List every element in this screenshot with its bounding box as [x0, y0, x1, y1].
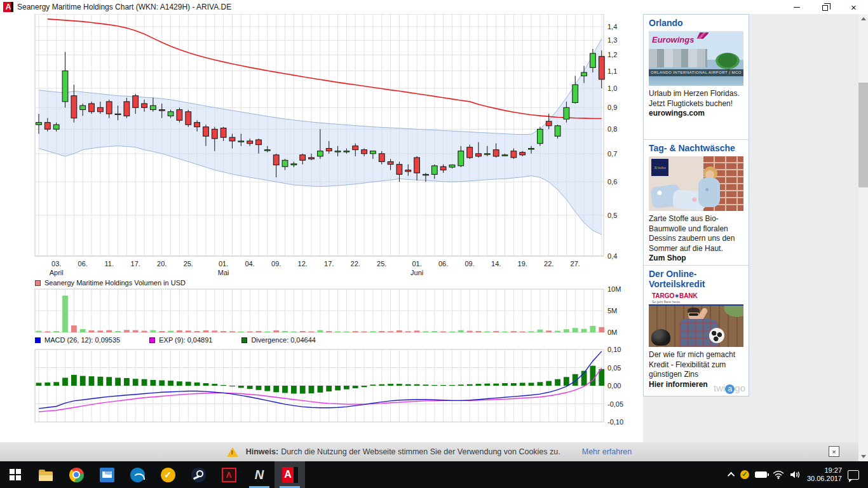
page-scrollbar[interactable]: [858, 14, 868, 461]
volume-axis-label: 10M: [607, 285, 621, 293]
targobank-star-icon: ✶: [674, 293, 679, 299]
taskbar-acrobat[interactable]: Λ: [214, 461, 244, 488]
macd-histogram-bar: [599, 369, 604, 386]
candle: [379, 154, 384, 162]
taskbar-norton[interactable]: ✓: [153, 461, 183, 488]
price-axis-label: 0,5: [607, 212, 617, 219]
volume-bar: [423, 331, 429, 332]
candle: [203, 127, 209, 137]
date-label: 17.: [131, 260, 140, 268]
candle: [71, 96, 77, 118]
restore-button[interactable]: [811, 0, 839, 14]
window-titlebar: A Seanergy Maritime Holdings Chart (WKN:…: [0, 0, 868, 14]
macd-histogram-bar: [414, 384, 420, 386]
candle: [573, 85, 578, 102]
volume-bar: [555, 331, 560, 332]
macd-histogram-bar: [493, 384, 499, 386]
tray-norton-icon[interactable]: ✓: [740, 470, 749, 479]
candle: [142, 104, 147, 107]
ad-link[interactable]: Zum Shop: [649, 254, 743, 262]
macd-histogram-bar: [124, 378, 130, 386]
cookie-more-link[interactable]: Mehr erfahren: [582, 447, 632, 456]
price-axis-label: 1,1: [607, 67, 617, 75]
palm-tree: [715, 53, 740, 69]
candle: [282, 160, 288, 166]
macd-histogram-bar: [212, 384, 217, 386]
taskbar-ariva[interactable]: A: [275, 461, 305, 488]
battery-icon[interactable]: [755, 471, 767, 478]
ad-heading[interactable]: Orlando: [649, 18, 743, 28]
action-center-icon[interactable]: [848, 470, 859, 480]
candle: [238, 141, 244, 142]
macd-histogram-bar: [449, 385, 455, 386]
volume-axis-label: 5M: [607, 307, 617, 315]
macd-histogram-bar: [318, 386, 323, 393]
candle: [133, 96, 139, 108]
stock-chart: 1,41,31,21,11,00,90,80,70,60,50,410M5M0M…: [0, 14, 642, 442]
ad-heading[interactable]: Der Online-Vorteilskredit: [649, 269, 743, 289]
ad-heading[interactable]: Tag- & Nachtwäsche: [649, 143, 743, 153]
openoffice-icon: [130, 468, 145, 482]
date-label: 06.: [78, 260, 88, 268]
month-label: April: [50, 269, 64, 276]
minimize-button[interactable]: [782, 0, 811, 14]
macd-histogram-bar: [36, 383, 42, 386]
candle: [335, 151, 341, 152]
taskbar-n-app[interactable]: N: [244, 461, 275, 488]
orlando-skyline: [649, 49, 707, 67]
cookie-close-button[interactable]: ×: [829, 446, 839, 457]
candle: [590, 53, 596, 67]
taskbar-steam[interactable]: [183, 461, 214, 488]
ad-image-targobank[interactable]: TARGO✶BANK So geht Bank heute.: [649, 292, 743, 347]
ad-card-tchibo[interactable]: Tag- & Nachtwäsche Tchibo Zarte Stoffe a…: [644, 140, 749, 266]
macd-histogram-bar: [555, 379, 560, 386]
taskbar-file-explorer[interactable]: [31, 461, 61, 488]
price-axis-label: 0,9: [607, 104, 617, 111]
taskbar-clock[interactable]: 19:27 30.06.2017: [807, 466, 842, 483]
taskbar-mail[interactable]: [92, 461, 122, 488]
volume-bar: [238, 332, 244, 332]
volume-bar: [106, 330, 112, 332]
scrollbar-thumb[interactable]: [858, 83, 868, 187]
date-label: 25.: [377, 260, 386, 268]
candle: [318, 151, 323, 156]
scrollbar-down-arrow[interactable]: [858, 452, 868, 461]
candle: [546, 121, 552, 126]
desktop-screen: A Seanergy Maritime Holdings Chart (WKN:…: [0, 0, 868, 488]
ad-image-eurowings[interactable]: Eurowings ORLANDO INTERNATIONAL AIRPORT …: [649, 31, 743, 86]
volume-bar: [449, 332, 455, 332]
volume-bar: [309, 332, 315, 332]
candle: [388, 161, 393, 164]
macd-legend: MACD (26, 12): 0,09535 EXP (9): 0,04891 …: [35, 336, 345, 344]
date-label: 20.: [157, 260, 166, 268]
close-button[interactable]: ×: [839, 0, 868, 14]
date-label: 01.: [219, 260, 228, 268]
ad-image-tchibo[interactable]: Tchibo: [649, 156, 743, 211]
candle: [520, 152, 526, 155]
macd-histogram-bar: [264, 386, 270, 391]
macd-histogram-bar: [502, 383, 508, 386]
candle: [62, 71, 68, 102]
macd-histogram-bar: [590, 366, 596, 386]
candle: [168, 112, 173, 116]
volume-bar: [291, 332, 297, 332]
volume-bar: [546, 330, 552, 332]
candle: [186, 112, 191, 125]
ad-card-targobank[interactable]: Der Online-Vorteilskredit TARGO✶BANK So …: [644, 266, 749, 396]
start-button[interactable]: [0, 461, 31, 488]
wifi-icon[interactable]: [773, 470, 784, 479]
scrollbar-up-arrow[interactable]: [858, 14, 868, 24]
macd-histogram-bar: [344, 386, 349, 390]
ariva-window-icon: A: [3, 2, 13, 12]
taskbar-openoffice[interactable]: [122, 461, 153, 488]
cookie-notice-label: Hinweis:: [246, 447, 278, 456]
ad-sidebar: Orlando Eurowings ORLANDO INTERNATIONAL …: [643, 14, 749, 396]
speaker-icon[interactable]: [790, 470, 801, 479]
macd-histogram-bar: [564, 377, 569, 386]
taskbar-chrome[interactable]: [61, 461, 92, 488]
candle: [177, 110, 182, 121]
ad-link[interactable]: eurowings.com: [649, 109, 743, 118]
candle: [458, 151, 464, 166]
ad-card-orlando[interactable]: Orlando Eurowings ORLANDO INTERNATIONAL …: [644, 15, 749, 140]
candle: [370, 151, 376, 154]
